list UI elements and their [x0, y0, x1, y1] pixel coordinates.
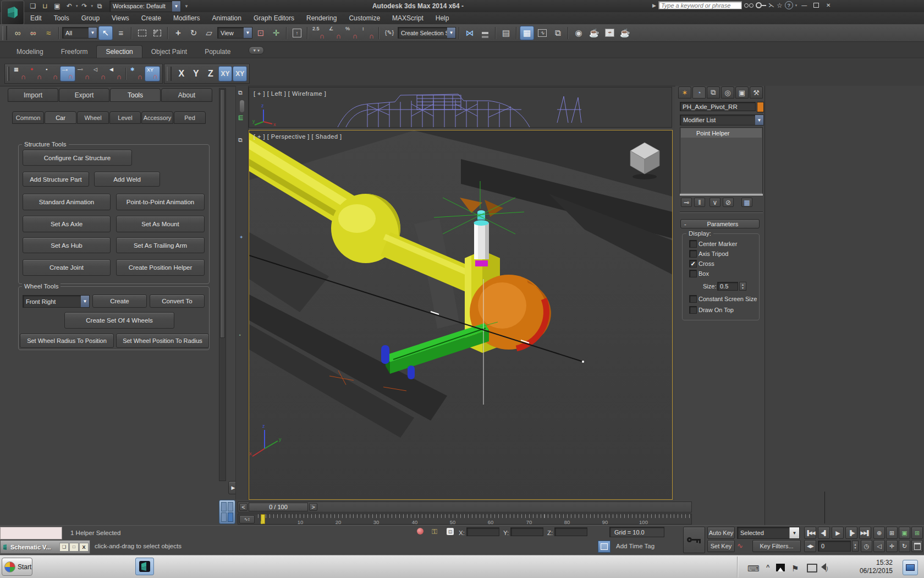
current-frame-field[interactable]: 0: [818, 541, 851, 552]
add-structure-part-button[interactable]: Add Structure Part: [23, 172, 89, 187]
time-configuration-icon[interactable]: ◷: [861, 540, 872, 552]
reference-coordinate-dropdown[interactable]: View ▼: [217, 27, 252, 39]
select-and-manipulate-icon[interactable]: ✛: [269, 26, 283, 40]
next-frame-button[interactable]: ▐▶: [845, 527, 857, 539]
network-icon[interactable]: [807, 564, 817, 572]
set-keys-big-button[interactable]: [683, 527, 705, 553]
next-frame-button[interactable]: >: [309, 503, 317, 511]
select-and-rotate-icon[interactable]: ↻: [186, 26, 201, 40]
keyboard-shortcut-override-icon[interactable]: ↑: [290, 26, 304, 40]
selection-lock-icon[interactable]: ⚿: [432, 527, 437, 536]
play-button[interactable]: ▶: [832, 527, 844, 539]
select-and-scale-icon[interactable]: ▱: [202, 26, 216, 40]
notification-balloon-icon[interactable]: [417, 528, 424, 535]
restore-button[interactable]: [811, 2, 821, 9]
wheel-create-button[interactable]: Create: [92, 295, 147, 308]
plugin-subtab-ped[interactable]: Ped: [174, 111, 206, 124]
point-to-point-animation-button[interactable]: Point-to-Point Animation: [116, 194, 205, 210]
graphics-tray-icon[interactable]: [776, 564, 785, 571]
search-icon[interactable]: [744, 3, 754, 8]
viewport-label[interactable]: [ + ] [ Left ] [ Wireframe ]: [254, 90, 326, 97]
menu-animation[interactable]: Animation: [206, 13, 248, 24]
wheel-position-dropdown[interactable]: Front Right ▼: [23, 295, 90, 308]
undo-flyout-icon[interactable]: ▾: [76, 4, 78, 8]
menu-help[interactable]: Help: [430, 13, 455, 24]
help-flyout-icon[interactable]: ▾: [795, 3, 798, 8]
transform-type-in-icon[interactable]: ⊡: [447, 528, 454, 535]
wheel-convert-to-button[interactable]: Convert To: [150, 295, 205, 308]
maxscript-mini-listener[interactable]: [0, 527, 62, 539]
plugin-tab-import[interactable]: Import: [8, 88, 58, 102]
menu-customize[interactable]: Customize: [343, 13, 386, 24]
menu-views[interactable]: Views: [106, 13, 135, 24]
plugin-subtab-car[interactable]: Car: [45, 111, 76, 124]
open-mini-curve-editor-button[interactable]: ∿↕: [239, 515, 255, 524]
set-as-trailing-arm-button[interactable]: Set As Trailing Arm: [116, 237, 205, 253]
isolate-selection-toggle[interactable]: [598, 541, 610, 553]
plugin-subtab-accessory[interactable]: Accessory: [141, 111, 173, 124]
select-object-icon[interactable]: ↖: [98, 26, 113, 40]
xy-snap-icon[interactable]: XY∩: [145, 66, 160, 81]
track-bar[interactable]: ∿↕ 0 10 20 30 40 50 60 70 80 90 100: [238, 514, 692, 525]
size-field[interactable]: 0.5: [717, 282, 738, 291]
open-file-icon[interactable]: ⊔: [40, 2, 51, 10]
pin-stack-icon[interactable]: ⊸: [681, 198, 692, 207]
menu-rendering[interactable]: Rendering: [300, 13, 343, 24]
percent-snap-icon[interactable]: %∩: [344, 25, 359, 41]
show-desktop-button[interactable]: [903, 560, 918, 575]
plugin-tab-tools[interactable]: Tools: [110, 88, 161, 102]
spinner-down-icon[interactable]: ▼: [854, 546, 857, 549]
volume-icon[interactable]: ): [821, 563, 828, 572]
set-as-axle-button[interactable]: Set As Axle: [23, 216, 111, 232]
menu-create[interactable]: Create: [135, 13, 167, 24]
close-icon[interactable]: X: [79, 543, 89, 552]
hierarchy-tab[interactable]: ⧉: [707, 86, 720, 99]
orbit-icon[interactable]: ↻: [899, 540, 910, 552]
toolbar-grip[interactable]: [2, 26, 7, 40]
time-slider-handle[interactable]: 0 / 100: [249, 503, 308, 511]
axis-tripod-checkbox[interactable]: [689, 250, 697, 258]
animation-set-dropdown[interactable]: Selected ▼: [737, 527, 800, 539]
set-wheel-position-to-radius-button[interactable]: Set Wheel Position To Radius: [116, 334, 209, 348]
remove-modifier-icon[interactable]: ⊘: [723, 198, 734, 207]
ribbon-minimize-icon[interactable]: ▼ ▾: [249, 46, 264, 54]
center-marker-checkbox[interactable]: [689, 240, 697, 248]
face-snap-icon[interactable]: ◁∩: [92, 66, 107, 81]
create-set-of-4-wheels-button[interactable]: Create Set Of 4 Wheels: [64, 312, 174, 329]
selection-filter-dropdown[interactable]: All ▼: [62, 27, 97, 39]
zoom-extents-all-icon[interactable]: ⊞: [911, 527, 923, 539]
draw-on-top-checkbox[interactable]: [689, 306, 697, 314]
render-setup-icon[interactable]: ☕: [587, 26, 601, 40]
zoom-icon[interactable]: ⊕: [873, 527, 885, 539]
redo-flyout-icon[interactable]: ▾: [91, 4, 94, 8]
menu-maxscript[interactable]: MAXScript: [386, 13, 430, 24]
strip-slider-icon[interactable]: [240, 100, 244, 112]
pan-icon[interactable]: ✛: [886, 540, 898, 552]
unlink-selection-icon[interactable]: ∞: [26, 26, 40, 40]
select-by-name-icon[interactable]: ≡: [114, 26, 128, 40]
named-selection-sets-dropdown[interactable]: Create Selection Se ▼: [398, 27, 456, 39]
keyboard-layout-icon[interactable]: ⌨: [747, 564, 760, 574]
ribbon-toggle-icon[interactable]: ▦: [520, 26, 534, 40]
curve-editor-icon[interactable]: ∿: [535, 26, 549, 40]
size-spinner[interactable]: ▲▼: [739, 282, 746, 291]
standard-animation-button[interactable]: Standard Animation: [23, 194, 111, 210]
set-wheel-radius-to-position-button[interactable]: Set Wheel Radius To Position: [20, 334, 114, 348]
parameters-rollout[interactable]: - Parameters: [680, 219, 760, 228]
frozen-snap-icon[interactable]: ✱∩: [129, 66, 144, 81]
app-button[interactable]: [1, 1, 24, 25]
motion-tab[interactable]: ◎: [721, 86, 734, 99]
spinner-down-icon[interactable]: ▼: [741, 286, 744, 290]
display-tab[interactable]: ▣: [735, 86, 749, 99]
select-and-move-icon[interactable]: +: [171, 26, 185, 40]
modifier-stack[interactable]: Point Helper: [680, 127, 763, 194]
render-production-icon[interactable]: ☕: [618, 26, 632, 40]
viewport-left-wireframe[interactable]: [ + ] [ Left ] [ Wireframe ] z y x: [249, 87, 672, 128]
restore-icon[interactable]: ❑: [59, 543, 69, 552]
workspace-dropdown[interactable]: Workspace: Default ▼: [109, 1, 181, 12]
subscription-key-icon[interactable]: [756, 2, 766, 8]
viewport-perspective-shaded[interactable]: [ + ] [ Perspective ] [ Shaded ]: [249, 130, 673, 500]
snaps-toggle-icon[interactable]: 2.5∩: [311, 25, 326, 41]
utilities-tab[interactable]: ⚒: [750, 86, 763, 99]
endpoint-snap-icon[interactable]: ─▪∩: [60, 66, 75, 81]
